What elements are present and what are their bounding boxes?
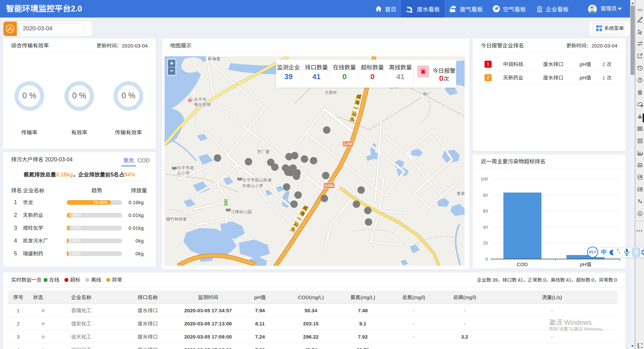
svg-text:40: 40 <box>483 225 488 230</box>
svg-text:100: 100 <box>480 177 488 182</box>
svg-text:办塔山小学: 办塔山小学 <box>242 182 263 189</box>
svg-text:0: 0 <box>486 257 488 262</box>
svg-text:山小学: 山小学 <box>177 169 190 176</box>
svg-text:新海里: 新海里 <box>208 56 221 62</box>
svg-text:80: 80 <box>483 193 488 198</box>
svg-text:COD: COD <box>517 261 528 267</box>
svg-text:pH值: pH值 <box>580 261 591 267</box>
svg-text:电化医院: 电化医院 <box>194 101 211 107</box>
svg-text:范厂里: 范厂里 <box>257 148 270 155</box>
svg-text:甲厂: 甲厂 <box>423 91 431 97</box>
svg-text:60: 60 <box>483 209 488 214</box>
svg-text:查家: 查家 <box>457 190 465 196</box>
svg-text:烟竹林徐家: 烟竹林徐家 <box>166 216 187 222</box>
svg-text:G206: G206 <box>325 184 334 188</box>
svg-text:G206: G206 <box>344 142 353 146</box>
svg-text:沈家岭: 沈家岭 <box>324 89 337 95</box>
svg-text:江维幼儿园: 江维幼儿园 <box>231 208 252 215</box>
svg-text:20: 20 <box>483 241 488 246</box>
